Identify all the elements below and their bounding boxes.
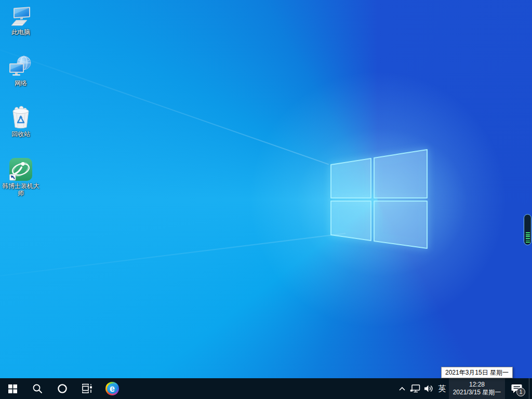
action-center-button[interactable]: 1 [505,378,529,399]
desktop-icon-label: 此电脑 [1,29,41,36]
task-view-icon [82,383,93,394]
desktop-icon-label: 网络 [1,79,41,87]
desktop-icon-recycle-bin[interactable]: 回收站 [1,106,41,138]
network-icon [8,55,33,79]
recycle-bin-icon [9,106,33,130]
task-view-button[interactable] [75,378,100,399]
desktop-icon-label: 韩博士装机大师 [1,182,41,197]
edge-browser-icon: e [105,382,119,395]
search-icon [32,383,43,394]
chevron-up-icon [398,386,406,391]
volume-tray-button[interactable] [422,378,435,399]
taskbar-clock[interactable]: 12:28 2021/3/15 星期一 [449,378,505,399]
speaker-icon [423,384,434,393]
search-button[interactable] [25,378,50,399]
clock-date: 2021/3/15 星期一 [453,389,501,396]
windows-logo [312,140,436,260]
edge-letter: e [107,383,117,394]
desktop-icon-this-pc[interactable]: 此电脑 [1,4,41,36]
ime-language-indicator[interactable]: 英 [435,378,449,399]
show-desktop-button[interactable] [529,378,532,399]
volume-level-fill [526,231,530,243]
desktop-icon-network[interactable]: 网络 [1,55,41,87]
volume-level-indicator[interactable] [524,214,531,245]
cortana-circle-icon [57,383,68,394]
desktop-wallpaper [0,0,532,399]
system-tray: 英 12:28 2021/3/15 星期一 1 [396,378,532,399]
edge-browser-button[interactable]: e [100,378,125,399]
desktop-icon-label: 回收站 [1,130,41,138]
network-tray-button[interactable] [408,378,422,399]
notification-count-badge: 1 [516,388,525,396]
start-button[interactable] [0,378,25,399]
desktop-icon-hanboshi[interactable]: 韩博士装机大师 [1,157,41,197]
windows-start-icon [8,384,17,393]
date-tooltip: 2021年3月15日 星期一 [441,367,513,378]
taskbar-left-cluster: e [0,378,125,399]
taskbar: e [0,378,532,399]
this-pc-icon [8,4,33,28]
tray-overflow-button[interactable] [396,378,408,399]
cortana-button[interactable] [50,378,75,399]
windows-desktop: 此电脑 网络 [0,0,532,399]
hanboshi-app-icon [8,157,33,182]
ethernet-network-icon [410,384,420,393]
clock-time: 12:28 [469,381,485,389]
